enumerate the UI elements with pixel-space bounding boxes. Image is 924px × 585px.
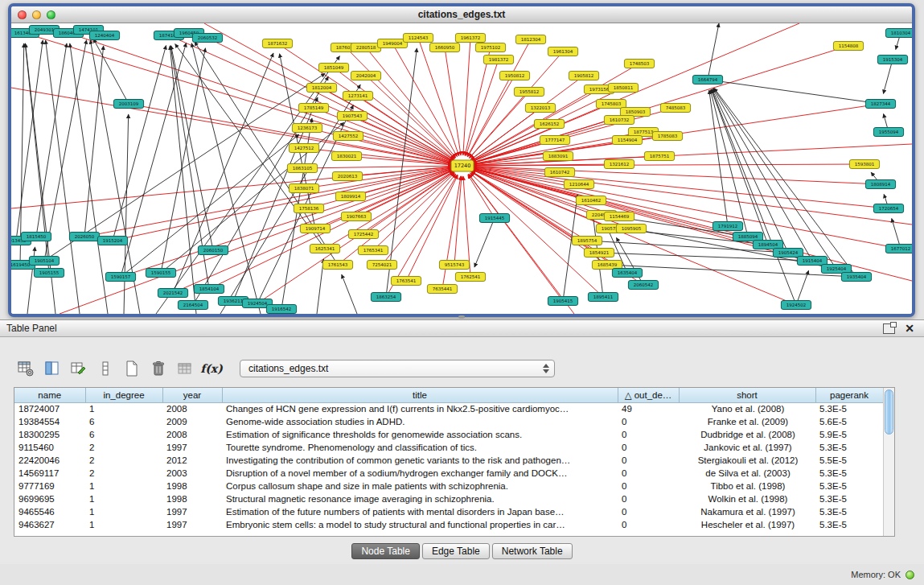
graph-node[interactable]: 2042004: [351, 72, 380, 80]
graph-node[interactable]: 1124543: [403, 34, 433, 43]
graph-node[interactable]: 1660950: [429, 43, 459, 52]
graph-node[interactable]: 1955094: [873, 128, 903, 137]
graph-node[interactable]: 1427512: [289, 144, 318, 153]
graph-node[interactable]: 1791912: [713, 222, 742, 231]
graph-node[interactable]: 1907663: [341, 212, 371, 221]
graph-node[interactable]: 2003109: [113, 100, 143, 109]
graph-node[interactable]: 1838071: [289, 184, 318, 193]
graph-node[interactable]: 1925404: [821, 265, 851, 274]
graph-node[interactable]: 1905104: [29, 257, 59, 266]
graph-node[interactable]: 2060542: [628, 281, 658, 290]
graph-node[interactable]: 1785149: [298, 104, 328, 113]
graph-node[interactable]: 2060532: [192, 34, 222, 43]
graph-node[interactable]: 1748503: [624, 60, 654, 68]
new-table-button[interactable]: [122, 359, 142, 378]
graph-node[interactable]: 1626152: [534, 120, 564, 129]
graph-node[interactable]: 1777147: [540, 136, 569, 145]
table-row[interactable]: 977716911998Corpus callosum shape and si…: [14, 480, 883, 492]
graph-node[interactable]: 1809914: [335, 192, 365, 201]
graph-node[interactable]: 1273141: [343, 92, 372, 101]
graph-node[interactable]: 1981372: [483, 56, 513, 64]
function-builder-button[interactable]: f(x): [202, 359, 221, 378]
tab-edge-table[interactable]: Edge Table: [422, 543, 490, 559]
graph-node[interactable]: 1810304: [885, 29, 912, 38]
column-header-4[interactable]: △ out_de…: [618, 388, 679, 402]
graph-node[interactable]: 1240404: [89, 31, 119, 40]
graph-node[interactable]: 1975102: [475, 43, 505, 52]
tab-network-table[interactable]: Network Table: [492, 543, 573, 559]
graph-node[interactable]: 1961372: [455, 34, 485, 43]
graph-node[interactable]: 1905424: [773, 249, 803, 257]
graph-node[interactable]: 17240: [451, 160, 474, 171]
graph-node[interactable]: 1871632: [262, 39, 292, 48]
float-panel-icon[interactable]: [883, 323, 895, 334]
graph-node[interactable]: 1635404: [612, 269, 642, 278]
graph-node[interactable]: 1321612: [604, 160, 634, 169]
zoom-button[interactable]: [47, 10, 55, 19]
graph-node[interactable]: 1905812: [569, 72, 598, 80]
graph-node[interactable]: 1236173: [292, 124, 322, 133]
table-row[interactable]: 1830029562008Estimation of significance …: [14, 428, 883, 441]
graph-node[interactable]: 1883091: [543, 152, 573, 161]
table-row[interactable]: 1938455462009Genome-wide association stu…: [14, 415, 883, 428]
graph-node[interactable]: 1851049: [318, 64, 348, 72]
graph-node[interactable]: 1210644: [564, 180, 593, 189]
graph-node[interactable]: 1854104: [194, 285, 224, 294]
close-panel-icon[interactable]: ✕: [905, 323, 914, 334]
tab-node-table[interactable]: Node Table: [351, 543, 420, 559]
graph-node[interactable]: 1915445: [479, 214, 509, 223]
table-selector-combobox[interactable]: citations_edges.txt: [240, 360, 555, 377]
graph-node[interactable]: 1863105: [287, 164, 317, 173]
graph-node[interactable]: 2020613: [332, 172, 362, 181]
graph-node[interactable]: 9515743: [439, 261, 469, 270]
graph-node[interactable]: 1610742: [544, 168, 574, 177]
graph-node[interactable]: 1875751: [644, 152, 674, 161]
graph-node[interactable]: 7635441: [427, 285, 457, 294]
graph-node[interactable]: 1909714: [300, 225, 330, 233]
graph-node[interactable]: 1907543: [337, 112, 367, 121]
graph-node[interactable]: 2164504: [178, 301, 207, 310]
show-columns-button[interactable]: [43, 359, 62, 378]
graph-node[interactable]: 1590155: [146, 269, 175, 278]
graph-node[interactable]: 1610732: [604, 116, 634, 125]
graph-node[interactable]: 1745803: [596, 100, 626, 109]
table-row[interactable]: 946554611997Estimation of the future num…: [14, 505, 883, 518]
table-row[interactable]: 969969511998Structural magnetic resonanc…: [14, 492, 883, 505]
graph-node[interactable]: 1427552: [333, 132, 363, 141]
table-row[interactable]: 1872400712008Changes of HCN gene express…: [14, 402, 883, 415]
column-header-1[interactable]: in_degree: [85, 388, 162, 402]
edit-table-button[interactable]: [69, 359, 88, 378]
select-rows-button[interactable]: [96, 359, 115, 378]
graph-node[interactable]: 1808914: [865, 180, 895, 189]
table-row[interactable]: 946362711997Embryonic stem cells: a mode…: [14, 518, 883, 531]
graph-node[interactable]: 1720654: [873, 204, 903, 213]
graph-node[interactable]: 1863254: [371, 293, 400, 302]
graph-node[interactable]: 1625341: [310, 245, 339, 253]
table-scrollbar[interactable]: [883, 388, 894, 536]
graph-node[interactable]: 1955812: [514, 88, 544, 97]
graph-node[interactable]: 1685439: [592, 261, 622, 270]
minimize-button[interactable]: [32, 10, 41, 19]
column-header-0[interactable]: name: [14, 388, 85, 402]
table-row[interactable]: 2242004622012Investigating the contribut…: [14, 454, 883, 467]
graph-node[interactable]: 2060150: [198, 246, 228, 255]
graph-node[interactable]: 1905415: [548, 297, 577, 306]
graph-node[interactable]: 1763541: [391, 277, 421, 286]
graph-node[interactable]: 1610462: [576, 196, 606, 205]
graph-node[interactable]: 1895754: [572, 237, 602, 245]
graph-node[interactable]: 1725442: [348, 230, 378, 239]
graph-node[interactable]: 1154808: [833, 42, 863, 51]
graph-node[interactable]: 1950812: [499, 72, 529, 80]
graph-node[interactable]: 1830021: [331, 152, 361, 161]
column-header-3[interactable]: title: [222, 388, 618, 402]
graph-node[interactable]: 1815450: [21, 233, 51, 241]
graph-node[interactable]: 1677012: [885, 245, 912, 253]
graph-node[interactable]: 1154469: [604, 212, 634, 221]
column-header-2[interactable]: year: [162, 388, 222, 402]
column-header-5[interactable]: short: [679, 388, 815, 402]
close-button[interactable]: [18, 10, 27, 19]
graph-node[interactable]: 1850811: [608, 84, 638, 93]
graph-node[interactable]: 1812304: [515, 35, 545, 44]
window-titlebar[interactable]: citations_edges.txt: [11, 6, 912, 23]
graph-node[interactable]: 1154904: [612, 136, 642, 145]
